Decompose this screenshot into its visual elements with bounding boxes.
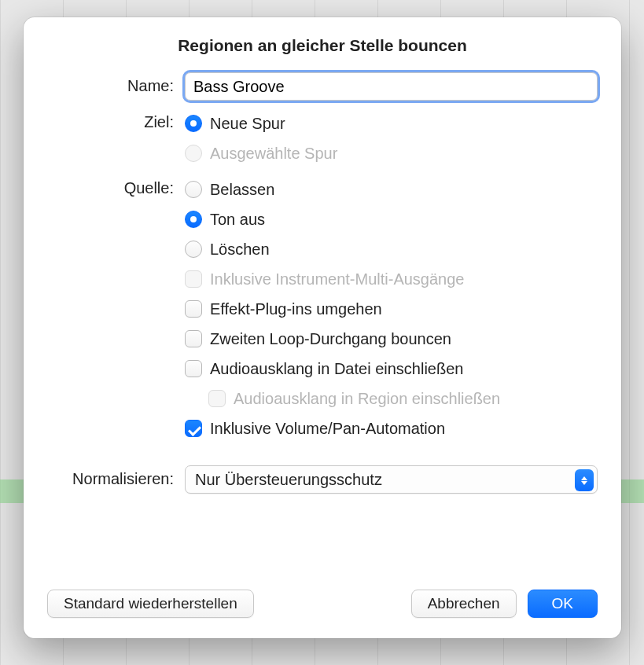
checkbox-icon <box>185 330 202 347</box>
check-multi-ausgaenge-label: Inklusive Instrument-Multi-Ausgänge <box>210 270 464 288</box>
ziel-neue-spur-label: Neue Spur <box>210 115 285 133</box>
checkbox-icon <box>185 420 202 437</box>
row-quelle: Quelle: Belassen Ton aus Löschen Inklusi… <box>47 175 598 443</box>
ziel-neue-spur-option[interactable]: Neue Spur <box>185 108 598 138</box>
restore-defaults-label: Standard wiederherstellen <box>64 595 237 612</box>
check-tail-region: Audioausklang in Region einschließen <box>208 384 598 413</box>
normalize-label: Normalisieren: <box>47 465 185 488</box>
dialog-title: Regionen an gleicher Stelle bouncen <box>47 36 598 55</box>
radio-icon <box>185 115 202 132</box>
ok-label: OK <box>552 595 573 612</box>
cancel-button[interactable]: Abbrechen <box>411 590 517 618</box>
check-bypass-fx[interactable]: Effekt-Plug-ins umgehen <box>185 294 598 324</box>
check-second-loop-label: Zweiten Loop-Durchgang bouncen <box>210 330 451 348</box>
radio-icon <box>185 241 202 258</box>
quelle-loeschen-label: Löschen <box>210 241 270 259</box>
name-label: Name: <box>47 72 185 95</box>
check-tail-file-label: Audioausklang in Datei einschließen <box>210 360 463 378</box>
check-vol-pan-label: Inklusive Volume/Pan-Automation <box>210 420 445 438</box>
row-ziel: Ziel: Neue Spur Ausgewählte Spur <box>47 108 598 168</box>
normalize-popup[interactable]: Nur Übersteuerungsschutz <box>185 465 598 494</box>
name-input[interactable] <box>185 72 598 101</box>
radio-icon <box>185 181 202 198</box>
radio-icon <box>185 145 202 162</box>
ziel-ausgewaehlte-spur-option: Ausgewählte Spur <box>185 138 598 168</box>
chevron-up-down-icon <box>575 469 594 491</box>
check-bypass-fx-label: Effekt-Plug-ins umgehen <box>210 300 382 318</box>
bounce-dialog: Regionen an gleicher Stelle bouncen Name… <box>24 17 621 638</box>
check-tail-region-label: Audioausklang in Region einschließen <box>234 390 500 408</box>
check-vol-pan[interactable]: Inklusive Volume/Pan-Automation <box>185 413 598 443</box>
check-multi-ausgaenge: Inklusive Instrument-Multi-Ausgänge <box>185 264 598 294</box>
row-name: Name: <box>47 72 598 101</box>
quelle-loeschen-option[interactable]: Löschen <box>185 234 598 264</box>
quelle-ton-aus-option[interactable]: Ton aus <box>185 204 598 234</box>
checkbox-icon <box>185 270 202 288</box>
dialog-footer: Standard wiederherstellen Abbrechen OK <box>47 590 598 618</box>
row-normalize: Normalisieren: Nur Übersteuerungsschutz <box>47 465 598 494</box>
restore-defaults-button[interactable]: Standard wiederherstellen <box>47 590 254 618</box>
quelle-ton-aus-label: Ton aus <box>210 211 265 229</box>
checkbox-icon <box>185 300 202 318</box>
checkbox-icon <box>208 390 226 407</box>
quelle-label: Quelle: <box>47 175 185 197</box>
radio-icon <box>185 211 202 228</box>
quelle-belassen-option[interactable]: Belassen <box>185 175 598 204</box>
ziel-ausgewaehlte-spur-label: Ausgewählte Spur <box>210 145 337 163</box>
ziel-label: Ziel: <box>47 108 185 131</box>
checkbox-icon <box>185 360 202 377</box>
dialog-form: Name: Ziel: Neue Spur Ausgewählte Spur Q… <box>47 72 598 575</box>
normalize-value: Nur Übersteuerungsschutz <box>195 471 382 489</box>
cancel-label: Abbrechen <box>428 595 500 612</box>
check-second-loop[interactable]: Zweiten Loop-Durchgang bouncen <box>185 324 598 354</box>
quelle-belassen-label: Belassen <box>210 181 274 199</box>
check-tail-file[interactable]: Audioausklang in Datei einschließen <box>185 354 598 384</box>
ok-button[interactable]: OK <box>528 590 598 618</box>
